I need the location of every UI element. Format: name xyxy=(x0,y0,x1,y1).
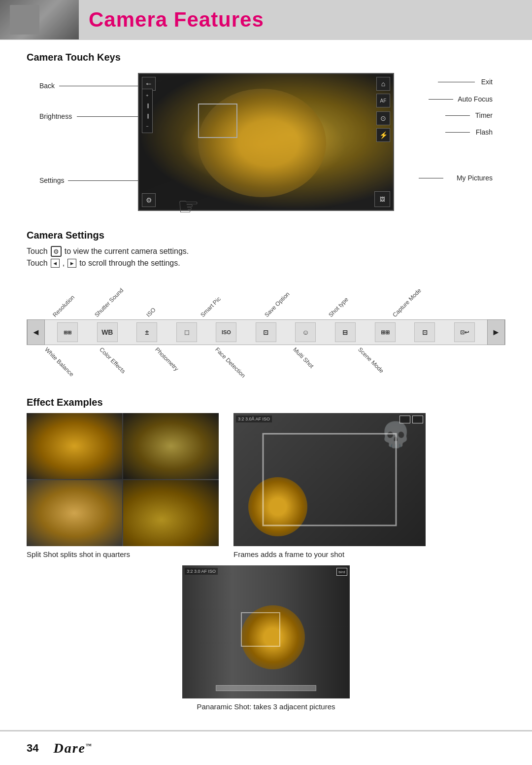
label-mypictures: My Pictures xyxy=(457,174,493,182)
cam-ui-top-right xyxy=(399,416,423,423)
page-header: Camera Features xyxy=(0,0,532,39)
label-iso: ISO xyxy=(145,306,157,318)
right-arrow-icon: ► xyxy=(67,259,76,268)
main-content: Camera Touch Keys ← ⌂ AF ⊙ ⚡ 🖼 + ▐ ▐ xyxy=(0,40,532,726)
pano-ui-left: 3:2 3.0 AF ISO xyxy=(185,568,218,575)
settings-next-button[interactable]: ► xyxy=(487,319,505,345)
icon-multishot[interactable]: ⊟ xyxy=(335,322,356,342)
page-number: 34 xyxy=(27,742,38,755)
label-multishot: Multi Shot xyxy=(292,346,315,370)
cam-focus-rect xyxy=(198,104,237,138)
settings-bar-container: Resolution Shutter Sound ISO Smart Pic S… xyxy=(27,292,505,372)
split-cell-3 xyxy=(27,480,122,546)
touch-label-1: Touch xyxy=(27,247,48,256)
camera-screen: ← ⌂ AF ⊙ ⚡ 🖼 + ▐ ▐ − ⚙ xyxy=(138,73,394,211)
cam-af-icon: AF xyxy=(376,94,390,107)
label-settings: Settings xyxy=(39,176,65,184)
split-shot-caption: Split Shot splits shot in quarters xyxy=(27,550,130,558)
icon-iso[interactable]: ISO xyxy=(216,322,236,342)
cam-brightness-control: + ▐ ▐ − xyxy=(142,89,153,133)
icon-scene[interactable]: ⊞⊞ xyxy=(375,322,396,342)
icon-resolution[interactable]: ⊞⊞ xyxy=(57,322,78,342)
touch-keys-heading: Camera Touch Keys xyxy=(27,52,505,63)
pano-ui-right: bird xyxy=(336,568,347,576)
cam-exit-icon: ⌂ xyxy=(376,77,390,91)
settings-bar: ◄ ⊞⊞ WB ± ⬚ ISO ⊡ ☺ ⊟ ⊞⊞ ⊡ ⊡↩ ► xyxy=(27,319,505,345)
label-shottype: Shot type xyxy=(327,296,350,318)
comma-sep: , xyxy=(63,259,65,268)
label-smartpic: Smart Pic xyxy=(199,295,222,318)
camera-settings-heading: Camera Settings xyxy=(27,230,505,241)
split-cell-4 xyxy=(123,480,219,546)
label-whitebalance: White Balance xyxy=(43,346,75,378)
cam-timer-icon: ⊙ xyxy=(376,111,390,125)
label-flash: Flash xyxy=(476,128,493,136)
cam-pictures-icon: 🖼 xyxy=(374,191,390,207)
left-arrow-icon: ◄ xyxy=(51,259,60,268)
icon-capture[interactable]: ⊡↩ xyxy=(454,322,475,342)
label-capturemode: Capture Mode xyxy=(391,287,423,318)
effect-examples-section: Effect Examples Split Shot splits shot i… xyxy=(27,397,505,711)
label-coloreffects: Color Effects xyxy=(98,346,127,375)
touch-label-2: Touch xyxy=(27,259,48,268)
effect-examples-heading: Effect Examples xyxy=(27,397,505,408)
label-photometry: Photometry xyxy=(154,346,180,372)
camera-diagram: ← ⌂ AF ⊙ ⚡ 🖼 + ▐ ▐ − ⚙ Back xyxy=(39,68,493,221)
label-back: Back xyxy=(39,82,55,90)
icon-photometry[interactable]: ⊡ xyxy=(256,322,276,342)
label-timer: Timer xyxy=(475,111,493,119)
cam-flash-icon: ⚡ xyxy=(376,128,390,142)
split-cell-1 xyxy=(27,413,122,479)
icon-shutter[interactable]: ⬚ xyxy=(176,322,197,342)
page-footer: 34 Dare™ xyxy=(0,730,532,765)
settings-prev-button[interactable]: ◄ xyxy=(27,319,45,345)
cam-ui-top-left: 3:2 3.0Å AF ISO xyxy=(236,416,272,422)
panoramic-image: 3:2 3.0 AF ISO bird xyxy=(182,565,350,698)
frame-overlay xyxy=(263,433,397,526)
settings-text-1: Touch ⚙ to view the current camera setti… xyxy=(27,246,505,257)
icon-wb[interactable]: WB xyxy=(97,322,118,342)
settings-text-2-suffix: to scroll through the settings. xyxy=(79,259,180,268)
effect-images-center-row: 3:2 3.0 AF ISO bird Panaramic Shot: take… xyxy=(27,565,505,711)
camera-settings-section: Camera Settings Touch ⚙ to view the curr… xyxy=(27,230,505,372)
cam-settings-icon: ⚙ xyxy=(142,193,156,207)
label-scenemode: Scene Mode xyxy=(357,346,385,375)
split-cell-2 xyxy=(123,413,219,479)
settings-labels-top: Resolution Shutter Sound ISO Smart Pic S… xyxy=(27,292,505,319)
settings-text-1-content: to view the current camera settings. xyxy=(65,247,189,256)
label-resolution: Resolution xyxy=(51,294,76,318)
pano-progress-bar xyxy=(216,685,316,691)
frames-caption: Frames adds a frame to your shot xyxy=(233,550,344,558)
pano-focus-rect xyxy=(241,612,280,647)
label-shutter: Shutter Sound xyxy=(93,287,125,318)
effect-images-top-row: Split Shot splits shot in quarters 💀 3:2… xyxy=(27,413,505,558)
settings-icons-container: ⊞⊞ WB ± ⬚ ISO ⊡ ☺ ⊟ ⊞⊞ ⊡ ⊡↩ xyxy=(45,322,487,342)
footer-logo: Dare™ xyxy=(53,740,93,756)
split-shot-block: Split Shot splits shot in quarters xyxy=(27,413,219,558)
touch-keys-section: Camera Touch Keys ← ⌂ AF ⊙ ⚡ 🖼 + ▐ ▐ xyxy=(27,52,505,221)
settings-labels-bottom: White Balance Color Effects Photometry F… xyxy=(27,345,505,372)
label-exit: Exit xyxy=(481,78,493,86)
icon-face[interactable]: ☺ xyxy=(295,322,316,342)
gear-settings-icon: ⚙ xyxy=(51,246,62,257)
panoramic-caption: Panaramic Shot: takes 3 adjacent picture… xyxy=(197,702,335,711)
header-image xyxy=(0,0,79,39)
label-saveoption: Save Option xyxy=(263,290,291,318)
panoramic-block: 3:2 3.0 AF ISO bird Panaramic Shot: take… xyxy=(182,565,350,711)
label-autofocus: Auto Focus xyxy=(458,95,493,103)
frames-block: 💀 3:2 3.0Å AF ISO Frames adds a frame to… xyxy=(233,413,426,558)
icon-brightness[interactable]: ± xyxy=(136,322,157,342)
label-brightness: Brightness xyxy=(39,112,72,120)
split-shot-image xyxy=(27,413,219,546)
settings-text-2: Touch ◄ , ► to scroll through the settin… xyxy=(27,259,505,268)
touch-hand-icon: ☞ xyxy=(177,192,200,221)
frames-image: 💀 3:2 3.0Å AF ISO xyxy=(233,413,426,546)
icon-smartpic2[interactable]: ⊡ xyxy=(414,322,435,342)
label-facedetection: Face Detection xyxy=(214,346,247,379)
page-title: Camera Features xyxy=(79,8,264,32)
